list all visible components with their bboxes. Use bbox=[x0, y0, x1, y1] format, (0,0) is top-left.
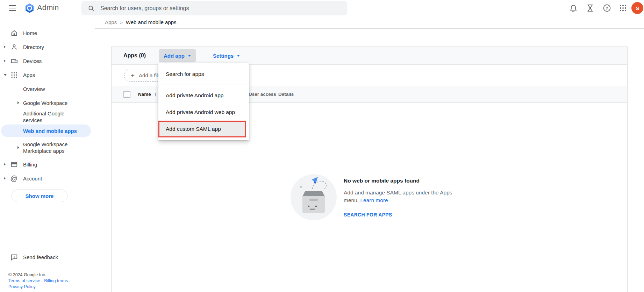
global-search-bar[interactable] bbox=[81, 1, 347, 15]
devices-icon bbox=[10, 57, 18, 65]
menu-item-add-custom-saml-app[interactable]: Add custom SAML app bbox=[158, 121, 246, 137]
send-feedback-button[interactable]: Send feedback bbox=[0, 250, 92, 264]
top-app-bar: Admin ? S bbox=[0, 0, 644, 16]
terms-of-service-link[interactable]: Terms of service bbox=[8, 278, 40, 283]
account-avatar[interactable]: S bbox=[631, 2, 643, 14]
sidebar-item-devices[interactable]: Devices bbox=[0, 54, 95, 68]
privacy-policy-link[interactable]: Privacy Policy bbox=[8, 284, 36, 289]
chevron-right-icon[interactable] bbox=[4, 59, 6, 62]
sidebar-item-apps[interactable]: Apps bbox=[0, 68, 95, 82]
search-for-apps-link[interactable]: SEARCH FOR APPS bbox=[344, 212, 459, 218]
breadcrumb: Apps>Web and mobile apps bbox=[95, 16, 644, 29]
chevron-right-icon[interactable] bbox=[4, 163, 6, 166]
notifications-bell-icon[interactable] bbox=[569, 4, 578, 12]
copyright-text: © 2024 Google Inc. bbox=[8, 272, 80, 278]
google-admin-logo bbox=[24, 3, 35, 13]
column-header-user-access[interactable]: User access bbox=[249, 86, 276, 103]
billing-terms-link[interactable]: Billing terms bbox=[44, 278, 68, 283]
chevron-right-icon[interactable] bbox=[17, 101, 19, 104]
show-more-button[interactable]: Show more bbox=[12, 190, 67, 202]
search-icon bbox=[88, 5, 95, 12]
select-all-checkbox[interactable] bbox=[123, 91, 130, 98]
plus-icon: + bbox=[131, 72, 135, 79]
chevron-down-icon[interactable] bbox=[4, 74, 7, 76]
menu-divider bbox=[158, 85, 249, 85]
sidebar-item-billing[interactable]: Billing bbox=[0, 157, 95, 171]
sidebar-item-additional-google-services[interactable]: Additional Google services bbox=[0, 110, 95, 124]
search-input[interactable] bbox=[100, 5, 324, 12]
learn-more-link[interactable]: Learn more bbox=[360, 197, 388, 203]
apps-toolbar: Apps (0) Add app Settings bbox=[112, 47, 627, 65]
sidebar-navigation: Home Directory Devices bbox=[0, 16, 95, 292]
column-header-details[interactable]: Details bbox=[278, 86, 294, 103]
add-app-button[interactable]: Add app bbox=[159, 49, 196, 62]
help-icon[interactable]: ? bbox=[603, 4, 611, 12]
at-symbol-icon: @ bbox=[10, 174, 18, 183]
apps-grid-icon bbox=[10, 71, 18, 79]
sidebar-item-home[interactable]: Home bbox=[0, 26, 95, 40]
chevron-right-icon[interactable] bbox=[17, 146, 19, 149]
sort-ascending-icon[interactable]: ↑ bbox=[154, 86, 157, 103]
empty-state-title: No web or mobile apps found bbox=[344, 178, 459, 184]
breadcrumb-apps-link[interactable]: Apps bbox=[105, 19, 117, 25]
sidebar-footer: © 2024 Google Inc. Terms of service - Bi… bbox=[8, 272, 80, 290]
sidebar-item-google-workspace[interactable]: Google Workspace bbox=[0, 96, 95, 110]
menu-item-add-private-android-app[interactable]: Add private Android app bbox=[158, 87, 249, 104]
empty-state-description: Add and manage SAML apps under the Apps … bbox=[344, 189, 459, 204]
apps-launcher-grid-icon[interactable] bbox=[619, 4, 627, 12]
home-icon bbox=[10, 29, 18, 37]
column-header-name[interactable]: Name bbox=[138, 86, 151, 103]
breadcrumb-separator: > bbox=[120, 20, 123, 25]
apps-count-title: Apps (0) bbox=[123, 47, 146, 64]
feedback-icon bbox=[10, 253, 18, 261]
dropdown-caret-icon bbox=[188, 55, 191, 57]
sidebar-divider bbox=[0, 245, 92, 245]
breadcrumb-current: Web and mobile apps bbox=[126, 19, 177, 25]
sidebar-item-web-and-mobile-apps[interactable]: Web and mobile apps bbox=[0, 124, 95, 138]
settings-button[interactable]: Settings bbox=[208, 49, 245, 62]
chevron-right-icon[interactable] bbox=[4, 177, 6, 180]
chevron-right-icon[interactable] bbox=[4, 45, 6, 48]
menu-item-search-for-apps[interactable]: Search for apps bbox=[158, 66, 249, 83]
menu-hamburger-icon[interactable] bbox=[9, 5, 16, 11]
sidebar-item-directory[interactable]: Directory bbox=[0, 40, 95, 54]
billing-card-icon bbox=[10, 160, 18, 169]
sidebar-item-google-workspace-marketplace-apps[interactable]: Google Workspace Marketplace apps bbox=[0, 138, 95, 157]
sidebar-item-overview[interactable]: Overview bbox=[0, 82, 95, 96]
dropdown-caret-icon bbox=[237, 55, 240, 57]
hourglass-tasks-icon[interactable] bbox=[586, 4, 594, 12]
product-title: Admin bbox=[37, 3, 59, 12]
person-icon bbox=[10, 43, 18, 51]
add-app-dropdown-menu: Search for apps Add private Android app … bbox=[158, 63, 249, 140]
svg-text:?: ? bbox=[606, 6, 608, 11]
empty-state-illustration bbox=[291, 174, 337, 222]
sidebar-item-account[interactable]: @ Account bbox=[0, 171, 95, 185]
menu-item-add-private-android-web-app[interactable]: Add private Android web app bbox=[158, 104, 249, 121]
